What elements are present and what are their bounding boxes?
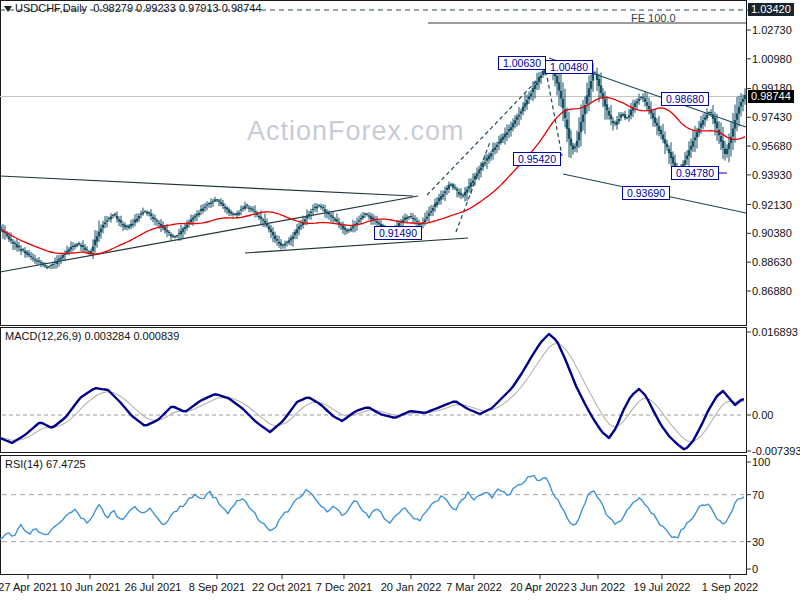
date-axis-label: 7 Dec 2021 xyxy=(316,581,372,593)
rsi-axis-label: 0 xyxy=(752,563,758,575)
chart-title: USDCHF,Daily 0.98279 0.99233 0.97913 0.9… xyxy=(15,2,262,14)
macd-axis-label: 0.016893 xyxy=(752,326,798,338)
price-axis-label: 1.02730 xyxy=(752,24,792,36)
main-panel-frame xyxy=(1,1,747,326)
price-tag: 0.93690 xyxy=(622,186,670,200)
price-axis-label: 0.95680 xyxy=(752,140,792,152)
fe-price-chip: 1.03420 xyxy=(748,3,794,16)
date-axis-label: 8 Sep 2021 xyxy=(189,581,245,593)
price-axis-label: 0.97430 xyxy=(752,111,792,123)
price-axis-label: 0.90380 xyxy=(752,227,792,239)
rsi-axis-label: 100 xyxy=(752,456,770,468)
date-axis-label: 1 Sep 2022 xyxy=(702,581,758,593)
macd-label: MACD(12,26,9) 0.003284 0.000839 xyxy=(5,330,179,342)
price-axis-label: 0.88630 xyxy=(752,256,792,268)
rsi-axis-label: 30 xyxy=(752,536,764,548)
price-axis-label: 1.00980 xyxy=(752,53,792,65)
macd-main-line xyxy=(0,334,744,449)
price-axis-label: 0.86880 xyxy=(752,285,792,297)
chevron-down-icon[interactable] xyxy=(4,6,12,12)
date-axis-label: 19 Jul 2022 xyxy=(634,581,691,593)
symbol-label: USDCHF,Daily xyxy=(15,2,87,14)
wedge-upper-trendline xyxy=(0,176,413,196)
macd-panel-frame xyxy=(1,328,747,453)
price-tag: 0.94780 xyxy=(671,166,719,180)
close-value: 0.98744 xyxy=(222,2,262,14)
watermark: ActionForex.com xyxy=(247,116,465,147)
rsi-axis-label: 70 xyxy=(752,489,764,501)
price-tag: 0.91490 xyxy=(374,226,422,240)
date-axis-label: 22 Oct 2021 xyxy=(252,581,312,593)
date-axis-label: 26 Jul 2021 xyxy=(125,581,182,593)
price-tag: 0.98680 xyxy=(661,92,709,106)
date-axis-label: 10 Jun 2021 xyxy=(60,581,121,593)
price-tag: 1.00630 xyxy=(498,56,546,70)
date-axis-label: 20 Apr 2022 xyxy=(510,581,569,593)
date-axis-label: 27 Apr 2021 xyxy=(0,581,58,593)
price-tag: 0.95420 xyxy=(513,152,561,166)
date-axis-label: 3 Jun 2022 xyxy=(571,581,625,593)
low-value: 0.97913 xyxy=(179,2,219,14)
chart-canvas[interactable] xyxy=(0,0,800,600)
price-axis-label: 0.92130 xyxy=(752,199,792,211)
macd-axis-label: 0.00 xyxy=(752,409,773,421)
price-axis-label: 0.99180 xyxy=(752,82,792,94)
open-value: 0.98279 xyxy=(93,2,133,14)
price-axis-label: 0.93930 xyxy=(752,169,792,181)
rsi-panel-frame xyxy=(1,456,747,575)
fib-extension-label: FE 100.0 xyxy=(631,12,676,24)
price-tag: 1.00480 xyxy=(545,60,593,74)
date-axis-label: 7 Mar 2022 xyxy=(446,581,502,593)
rsi-line xyxy=(0,475,744,539)
chart-window: { "header": { "symbol": "USDCHF,Daily", … xyxy=(0,0,800,600)
support-trendline xyxy=(245,238,468,253)
high-value: 0.99233 xyxy=(136,2,176,14)
date-axis-label: 20 Jan 2022 xyxy=(381,581,442,593)
rsi-label: RSI(14) 67.4725 xyxy=(5,458,86,470)
